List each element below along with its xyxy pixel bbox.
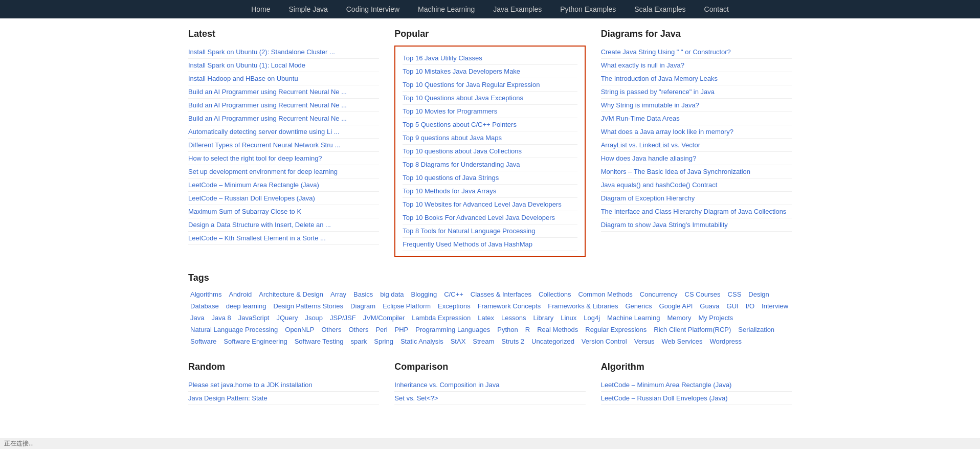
list-item[interactable]: Top 10 Questions about Java Exceptions: [403, 92, 577, 105]
list-item[interactable]: String is passed by "reference" in Java: [601, 85, 792, 99]
tag-link[interactable]: Java 8: [209, 313, 233, 323]
tag-link[interactable]: Machine Learning: [605, 313, 662, 323]
list-item[interactable]: Top 9 questions about Java Maps: [403, 131, 577, 145]
tag-link[interactable]: Guava: [698, 301, 721, 311]
list-item[interactable]: Top 10 questions about Java Collections: [403, 145, 577, 158]
tag-link[interactable]: Google API: [657, 301, 695, 311]
nav-item-java-examples[interactable]: Java Examples: [484, 0, 551, 18]
tag-link[interactable]: deep learning: [224, 301, 269, 311]
list-item[interactable]: LeetCode – Russian Doll Envelopes (Java): [188, 192, 379, 205]
tag-link[interactable]: C/C++: [442, 289, 465, 299]
list-item[interactable]: Top 10 Mistakes Java Developers Make: [403, 65, 577, 78]
tag-link[interactable]: Common Methods: [576, 289, 635, 299]
list-item[interactable]: Set up development environment for deep …: [188, 165, 379, 178]
list-item[interactable]: What exactly is null in Java?: [601, 59, 792, 72]
tag-link[interactable]: Architecture & Design: [257, 289, 325, 299]
list-item[interactable]: Set vs. Set<?>: [394, 392, 585, 405]
list-item[interactable]: LeetCode – Minimum Area Rectangle (Java): [188, 178, 379, 192]
tag-link[interactable]: Programming Languages: [413, 325, 492, 334]
tag-link[interactable]: Library: [531, 313, 555, 323]
list-item[interactable]: Top 8 Tools for Natural Language Process…: [403, 224, 577, 238]
list-item[interactable]: Build an AI Programmer using Recurrent N…: [188, 85, 379, 99]
list-item[interactable]: What does a Java array look like in memo…: [601, 125, 792, 139]
list-item[interactable]: Top 5 Questions about C/C++ Pointers: [403, 118, 577, 131]
tag-link[interactable]: Algorithms: [188, 289, 224, 299]
tag-link[interactable]: JQuery: [274, 313, 300, 323]
tag-link[interactable]: Basics: [351, 289, 375, 299]
list-item[interactable]: Top 10 questions of Java Strings: [403, 171, 577, 185]
tag-link[interactable]: Static Analysis: [398, 336, 446, 346]
tag-link[interactable]: Web Services: [660, 336, 705, 346]
tag-link[interactable]: Jsoup: [303, 313, 325, 323]
tag-link[interactable]: CSS: [726, 289, 744, 299]
tag-link[interactable]: Interview: [760, 301, 790, 311]
list-item[interactable]: Maximum Sum of Subarray Close to K: [188, 205, 379, 218]
list-item[interactable]: LeetCode – Kth Smallest Element in a Sor…: [188, 232, 379, 245]
list-item[interactable]: Install Hadoop and HBase on Ubuntu: [188, 72, 379, 85]
tag-link[interactable]: Rich Client Platform(RCP): [652, 325, 733, 334]
tag-link[interactable]: Blogging: [409, 289, 439, 299]
tag-link[interactable]: Android: [227, 289, 254, 299]
tag-link[interactable]: Exceptions: [436, 301, 473, 311]
list-item[interactable]: Build an AI Programmer using Recurrent N…: [188, 99, 379, 112]
tag-link[interactable]: Wordpress: [707, 336, 744, 346]
nav-item-machine-learning[interactable]: Machine Learning: [409, 0, 484, 18]
tag-link[interactable]: Log4j: [582, 313, 602, 323]
list-item[interactable]: JVM Run-Time Data Areas: [601, 112, 792, 125]
tag-link[interactable]: Linux: [559, 313, 578, 323]
list-item[interactable]: Java equals() and hashCode() Contract: [601, 178, 792, 192]
tag-link[interactable]: R: [523, 325, 532, 334]
tag-link[interactable]: Stream: [471, 336, 496, 346]
list-item[interactable]: Build an AI Programmer using Recurrent N…: [188, 112, 379, 125]
list-item[interactable]: Diagram to show Java String's Immutabili…: [601, 218, 792, 232]
tag-link[interactable]: Memory: [665, 313, 693, 323]
tag-link[interactable]: OpenNLP: [283, 325, 316, 334]
nav-item-contact[interactable]: Contact: [695, 0, 738, 18]
tag-link[interactable]: Eclipse Platform: [381, 301, 433, 311]
tag-link[interactable]: Design Patterns Stories: [271, 301, 345, 311]
tag-link[interactable]: PHP: [393, 325, 411, 334]
list-item[interactable]: How to select the right tool for deep le…: [188, 152, 379, 165]
tag-link[interactable]: CS Courses: [683, 289, 723, 299]
list-item[interactable]: How does Java handle aliasing?: [601, 152, 792, 165]
tag-link[interactable]: spark: [349, 336, 369, 346]
nav-item-scala-examples[interactable]: Scala Examples: [625, 0, 695, 18]
tag-link[interactable]: Version Control: [580, 336, 629, 346]
nav-item-home[interactable]: Home: [242, 0, 279, 18]
tag-link[interactable]: Lessons: [499, 313, 528, 323]
tag-link[interactable]: Versus: [632, 336, 657, 346]
nav-item-simple-java[interactable]: Simple Java: [279, 0, 337, 18]
tag-link[interactable]: Python: [495, 325, 520, 334]
list-item[interactable]: The Interface and Class Hierarchy Diagra…: [601, 205, 792, 218]
list-item[interactable]: Why String is immutable in Java?: [601, 99, 792, 112]
tag-link[interactable]: Java: [188, 313, 206, 323]
list-item[interactable]: ArrayList vs. LinkedList vs. Vector: [601, 139, 792, 152]
list-item[interactable]: Install Spark on Ubuntu (1): Local Mode: [188, 59, 379, 72]
tag-link[interactable]: Frameworks & Libraries: [546, 301, 620, 311]
list-item[interactable]: Different Types of Recurrent Neural Netw…: [188, 139, 379, 152]
list-item[interactable]: Design a Data Structure with Insert, Del…: [188, 218, 379, 232]
list-item[interactable]: Top 16 Java Utility Classes: [403, 52, 577, 65]
tag-link[interactable]: Others: [319, 325, 343, 334]
tag-link[interactable]: Software: [188, 336, 218, 346]
tag-link[interactable]: Uncategorized: [529, 336, 576, 346]
tag-link[interactable]: Latex: [476, 313, 496, 323]
list-item[interactable]: The Introduction of Java Memory Leaks: [601, 72, 792, 85]
tag-link[interactable]: Design: [746, 289, 771, 299]
tag-link[interactable]: My Projects: [696, 313, 735, 323]
tag-link[interactable]: Framework Concepts: [476, 301, 543, 311]
list-item[interactable]: Create Java String Using " " or Construc…: [601, 46, 792, 59]
list-item[interactable]: Top 10 Books For Advanced Level Java Dev…: [403, 211, 577, 224]
nav-item-coding-interview[interactable]: Coding Interview: [337, 0, 409, 18]
list-item[interactable]: Install Spark on Ubuntu (2): Standalone …: [188, 46, 379, 59]
tag-link[interactable]: Natural Language Processing: [188, 325, 280, 334]
tag-link[interactable]: Others: [346, 325, 370, 334]
list-item[interactable]: LeetCode – Minimum Area Rectangle (Java): [601, 378, 792, 392]
list-item[interactable]: Monitors – The Basic Idea of Java Synchr…: [601, 165, 792, 178]
tag-link[interactable]: Concurrency: [638, 289, 680, 299]
tag-link[interactable]: GUI: [725, 301, 741, 311]
tag-link[interactable]: JVM/Compiler: [361, 313, 407, 323]
tag-link[interactable]: Generics: [623, 301, 654, 311]
tag-link[interactable]: big data: [378, 289, 406, 299]
tag-link[interactable]: Software Engineering: [221, 336, 289, 346]
